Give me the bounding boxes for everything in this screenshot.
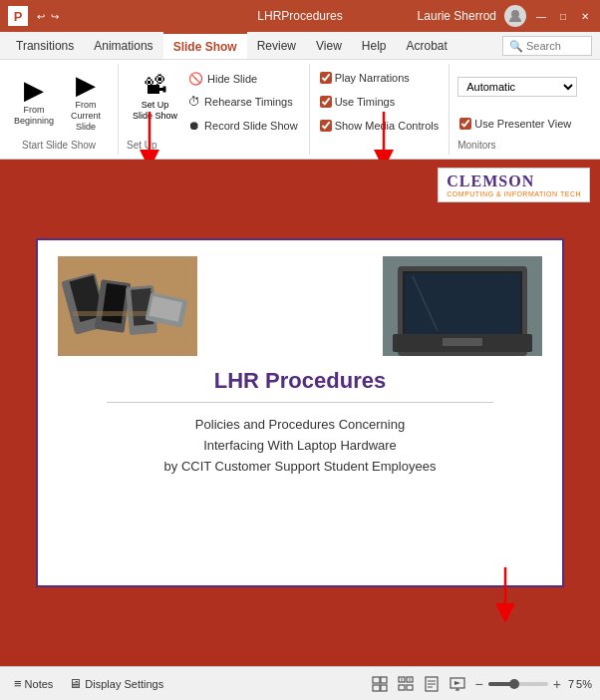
maximize-button[interactable]: □ [556,9,570,23]
undo-button[interactable]: ↩ [34,9,48,23]
from-beginning-icon: ▶ [24,77,44,103]
slide-image-left [58,256,197,356]
zoom-plus-button[interactable]: + [550,676,564,692]
clemson-sub-text: COMPUTING & INFORMATION TECH [447,190,581,197]
status-bar: ≡ Notes 🖥 Display Settings [0,666,600,700]
svg-rect-25 [407,685,413,690]
tab-animations[interactable]: Animations [84,32,162,59]
monitor-select[interactable]: Automatic [457,77,577,97]
minimize-button[interactable]: — [534,9,548,23]
use-presenter-view-label: Use Presenter View [474,118,571,130]
svg-marker-33 [454,681,460,685]
display-settings-label: Display Settings [85,678,163,690]
zoom-percent-sign: 5% [576,678,592,690]
tab-view[interactable]: View [306,32,352,59]
setup-icon: 📽 [144,72,167,100]
zoom-thumb [509,679,519,689]
svg-rect-20 [373,685,380,691]
user-name: Laurie Sherrod [418,9,496,23]
display-settings-button[interactable]: 🖥 Display Settings [63,673,169,694]
group-monitors: Automatic Use Presenter View Monitors [450,64,585,155]
play-narrations-label: Play Narrations [335,72,410,84]
reading-view-button[interactable] [421,673,443,695]
play-narrations-checkbox[interactable] [320,72,332,84]
close-button[interactable]: ✕ [578,9,592,23]
show-media-controls-checkbox[interactable] [320,120,332,132]
clemson-logo-area: CLEMSON COMPUTING & INFORMATION TECH [438,168,590,202]
slide-images-row [58,256,542,356]
zoom-minus-button[interactable]: − [472,676,486,692]
tab-review[interactable]: Review [247,32,306,59]
use-presenter-view-checkbox[interactable] [459,118,471,130]
zoom-percent: 7 [568,678,574,690]
notes-button[interactable]: ≡ Notes [8,673,59,694]
slide-canvas[interactable]: LHR Procedures Policies and Procedures C… [36,238,564,587]
svg-rect-18 [373,677,380,683]
zoom-controls: − + 75% [472,676,592,692]
ribbon: ▶ FromBeginning ▶ FromCurrentSlide Start… [0,60,600,160]
search-input[interactable] [526,40,581,52]
app-window: P ↩ ↪ LHRProcedures Laurie Sherrod — □ ✕… [0,0,600,700]
svg-rect-21 [381,685,387,691]
from-current-icon: ▶ [76,72,96,98]
svg-rect-24 [399,685,405,690]
from-current-label: FromCurrentSlide [71,100,101,132]
setup-label: Set UpSlide Show [133,100,177,122]
rehearse-timings-button[interactable]: ⏱ Rehearse Timings [185,94,301,110]
from-beginning-button[interactable]: ▶ FromBeginning [8,73,60,131]
tab-transitions[interactable]: Transitions [6,32,84,59]
slide-show-view-button[interactable] [447,673,468,695]
notes-icon: ≡ [14,676,22,691]
notes-label: Notes [25,678,54,690]
play-options-label [318,136,321,151]
redo-button[interactable]: ↪ [48,9,62,23]
avatar[interactable] [504,5,526,27]
hide-slide-label: Hide Slide [207,73,257,85]
from-current-button[interactable]: ▶ FromCurrentSlide [62,68,110,136]
hide-slide-button[interactable]: 🚫 Hide Slide [185,71,301,87]
show-media-controls-item[interactable]: Show Media Controls [318,119,442,133]
zoom-fill [488,682,512,686]
group-start-content: ▶ FromBeginning ▶ FromCurrentSlide [8,68,110,136]
group-set-up: 📽 Set UpSlide Show 🚫 Hide Slide ⏱ Rehear… [119,64,310,155]
app-icon: P [8,6,28,26]
record-slide-show-button[interactable]: ⏺ Record Slide Show [185,118,301,134]
setup-items: 🚫 Hide Slide ⏱ Rehearse Timings ⏺ Record… [185,68,301,136]
ribbon-tab-bar: Transitions Animations Slide Show Review… [0,32,600,60]
svg-rect-14 [405,273,520,341]
svg-rect-27 [409,678,411,681]
set-up-slide-show-button[interactable]: 📽 Set UpSlide Show [127,68,183,136]
record-icon: ⏺ [188,119,200,133]
display-icon: 🖥 [69,676,82,691]
slide-sorter-button[interactable] [395,673,417,695]
rehearse-icon: ⏱ [188,95,200,109]
tab-help[interactable]: Help [352,32,397,59]
normal-view-button[interactable] [369,673,391,695]
use-timings-item[interactable]: Use Timings [318,95,442,109]
slide-sorter-icon [398,676,414,692]
slide-show-view-icon [450,676,465,692]
status-bar-left: ≡ Notes 🖥 Display Settings [8,673,169,694]
monitors-group-label: Monitors [457,136,495,151]
start-group-label: Start Slide Show [22,136,96,151]
svg-rect-19 [381,677,387,683]
tab-slide-show[interactable]: Slide Show [163,32,247,59]
tab-acrobat[interactable]: Acrobat [396,32,456,59]
record-label: Record Slide Show [204,120,298,132]
svg-rect-16 [443,338,482,346]
from-beginning-label: FromBeginning [14,105,54,127]
use-timings-label: Use Timings [335,96,396,108]
show-media-controls-label: Show Media Controls [335,120,440,132]
play-narrations-item[interactable]: Play Narrations [318,71,442,85]
use-presenter-view-item[interactable]: Use Presenter View [457,117,577,131]
group-play-options: Play Narrations Use Timings Show Media C… [310,64,450,155]
search-icon: 🔍 [509,40,523,53]
monitors-content: Automatic Use Presenter View [457,68,577,136]
document-title: LHRProcedures [257,9,342,23]
slide-title: LHR Procedures [214,368,386,394]
use-timings-checkbox[interactable] [320,96,332,108]
slide-divider [107,402,494,403]
zoom-slider[interactable] [488,682,548,686]
search-box[interactable]: 🔍 [502,36,592,56]
svg-rect-26 [401,678,403,681]
